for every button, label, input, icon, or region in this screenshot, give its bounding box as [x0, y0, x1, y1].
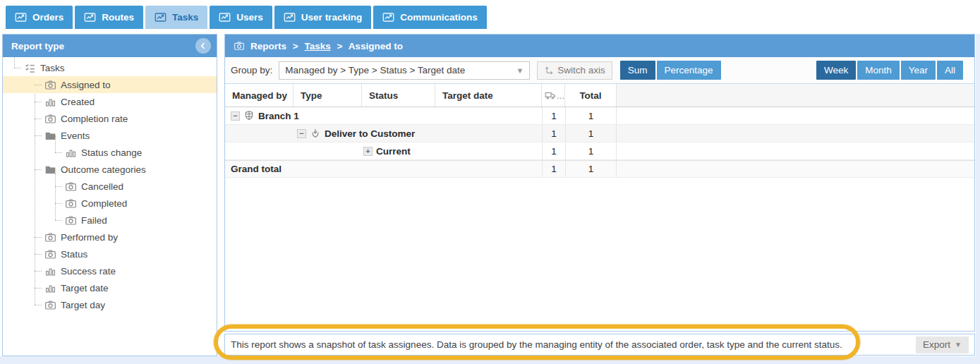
- folder-icon: [44, 164, 56, 176]
- tree-item[interactable]: Outcome categories: [3, 161, 217, 178]
- chart-icon: [15, 11, 27, 23]
- table-row: + Current 1 1: [225, 142, 974, 160]
- measure-button[interactable]: Percentage: [657, 61, 721, 80]
- tree-item[interactable]: Failed: [3, 212, 217, 229]
- tree-item[interactable]: Completion rate: [3, 110, 217, 127]
- tree-connector: [35, 237, 42, 238]
- period-toggle: Week Month Year All: [816, 61, 963, 80]
- page-bottom-strip: [0, 356, 980, 364]
- tree-item-label: Outcome categories: [61, 164, 146, 175]
- column-header-label: Total: [579, 90, 601, 101]
- expand-toggle[interactable]: +: [363, 147, 373, 156]
- period-button-label: Month: [865, 65, 892, 75]
- tree-item-label: Status change: [81, 147, 142, 158]
- report-description-bar: This report shows a snapshot of task ass…: [224, 334, 975, 356]
- expand-toggle[interactable]: −: [297, 129, 306, 138]
- camera-icon: [65, 214, 77, 226]
- nav-tab[interactable]: Orders: [6, 6, 73, 29]
- tree-item[interactable]: Target date: [3, 279, 217, 296]
- tree-connector: [55, 220, 62, 221]
- tree-connector: [35, 288, 42, 289]
- table-column-header[interactable]: Total: [565, 84, 617, 107]
- tree-item[interactable]: Status: [3, 245, 217, 262]
- measure-button-label: Sum: [628, 65, 648, 75]
- group-by-label: Group by:: [231, 65, 272, 75]
- expand-toggle[interactable]: −: [231, 111, 240, 121]
- column-header-label: Type: [301, 90, 322, 101]
- tab-label: User tracking: [301, 12, 362, 23]
- tree-item[interactable]: Events: [3, 127, 217, 144]
- group-by-select[interactable]: Managed by > Type > Status > Target date…: [279, 61, 530, 80]
- tree-item[interactable]: Performed by: [3, 229, 217, 245]
- nav-tab[interactable]: Users: [210, 6, 272, 29]
- measure-button[interactable]: Sum: [620, 61, 655, 80]
- tab-list: Orders Routes Tasks Users User tracking …: [6, 6, 487, 29]
- week-value-cell: 1: [542, 125, 565, 142]
- tab-label: Routes: [102, 12, 134, 23]
- row-label: Branch 1: [258, 111, 299, 121]
- week-value-cell: 1: [542, 107, 565, 124]
- tree-item-label: Target day: [61, 300, 105, 310]
- sidebar-title: Report type: [11, 41, 64, 51]
- table-header-row: Managed by Type Status Target date ... T…: [225, 84, 974, 107]
- table-column-header[interactable]: ...: [542, 84, 565, 107]
- table-column-header[interactable]: Type: [294, 84, 362, 107]
- tree-item[interactable]: Created: [3, 93, 217, 110]
- tab-label: Users: [236, 12, 263, 23]
- folder-icon: [44, 130, 56, 142]
- chart-icon: [155, 11, 167, 23]
- tab-label: Tasks: [172, 12, 198, 23]
- tree-connector: [35, 169, 42, 170]
- export-label: Export: [923, 339, 950, 350]
- nav-tab[interactable]: Tasks: [145, 6, 207, 29]
- tree-item[interactable]: Tasks: [3, 59, 217, 76]
- table-body: − Branch 1 1 1 − Deliver to Customer 1 1: [225, 107, 974, 178]
- period-button[interactable]: All: [937, 61, 963, 80]
- breadcrumb-current: Assigned to: [349, 41, 403, 51]
- breadcrumb-reports: Reports: [250, 41, 286, 51]
- chart-icon: [44, 96, 56, 108]
- breadcrumb-tasks-link[interactable]: Tasks: [304, 41, 330, 51]
- table-column-header[interactable]: Managed by: [225, 84, 294, 107]
- period-button[interactable]: Year: [901, 61, 936, 80]
- nav-tab[interactable]: Communications: [373, 6, 487, 29]
- tree-item-label: Tasks: [40, 63, 65, 73]
- row-label-cell: − Branch 1: [225, 107, 542, 124]
- sidebar-header: Report type: [3, 35, 217, 57]
- tree-item[interactable]: Success rate: [3, 262, 217, 279]
- period-button[interactable]: Month: [857, 61, 900, 80]
- tree-item[interactable]: Status change: [3, 144, 217, 161]
- tree-connector: [55, 203, 62, 204]
- camera-icon: [44, 248, 56, 260]
- period-button[interactable]: Week: [816, 61, 856, 80]
- tree-item[interactable]: Completed: [3, 195, 217, 212]
- row-label-cell: − Deliver to Customer: [225, 125, 542, 142]
- chart-icon: [284, 11, 296, 23]
- switch-axis-label: Switch axis: [557, 65, 605, 75]
- switch-axis-button[interactable]: Switch axis: [537, 61, 612, 80]
- tree-connector: [35, 85, 42, 85]
- tree-item[interactable]: Cancelled: [3, 178, 217, 195]
- tree-item[interactable]: Assigned to: [3, 76, 217, 93]
- top-tab-bar: Orders Routes Tasks Users User tracking …: [0, 0, 980, 33]
- tree-connector: [55, 186, 62, 187]
- table-column-header[interactable]: Status: [362, 84, 435, 107]
- nav-tab[interactable]: Routes: [75, 6, 143, 29]
- table-column-header[interactable]: Target date: [435, 84, 542, 107]
- swap-axis-icon: [544, 65, 555, 75]
- tree-item[interactable]: Target day: [3, 296, 217, 313]
- checklist-icon: [24, 62, 36, 74]
- nav-tab[interactable]: User tracking: [274, 6, 371, 29]
- tree-item-label: Events: [61, 131, 90, 141]
- export-button[interactable]: Export ▼: [916, 336, 969, 353]
- tree-item-label: Success rate: [61, 266, 116, 277]
- collapse-sidebar-button[interactable]: [195, 38, 211, 54]
- app-window: Orders Routes Tasks Users User tracking …: [0, 0, 980, 364]
- chart-icon: [44, 265, 56, 277]
- camera-icon: [44, 299, 56, 311]
- chart-icon: [65, 147, 77, 159]
- tree-item-label: Completed: [81, 198, 127, 209]
- deliver-icon: [310, 128, 321, 139]
- tree-item-label: Created: [61, 97, 95, 107]
- camera-icon: [44, 79, 56, 91]
